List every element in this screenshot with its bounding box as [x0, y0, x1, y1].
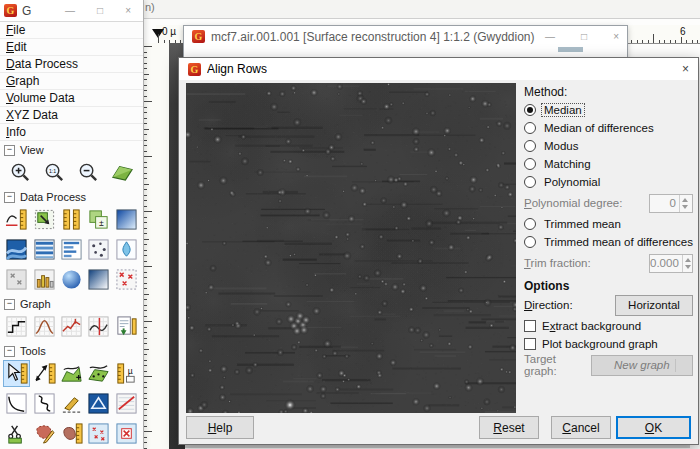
ruler-tick: [143, 376, 152, 377]
spline-icon[interactable]: [31, 390, 58, 417]
zoom-in-icon[interactable]: [7, 159, 34, 186]
ok-button[interactable]: OK: [616, 416, 691, 439]
ruler-tick: [659, 40, 660, 44]
toolbox-titlebar[interactable]: G G — □ ×: [0, 0, 143, 22]
radio-trimmed-mean-of-differences[interactable]: Trimmed mean of differences: [524, 233, 693, 251]
graph-export-icon[interactable]: [113, 313, 140, 340]
menu-item-data-process[interactable]: Data Process: [0, 56, 143, 73]
stat-quantities-icon[interactable]: µ: [113, 360, 140, 387]
align-rows-icon[interactable]: [31, 236, 58, 263]
path-level-icon[interactable]: [58, 390, 85, 417]
pointer-measure-icon[interactable]: [3, 360, 30, 387]
minimize-icon[interactable]: —: [65, 5, 75, 16]
data-window-titlebar[interactable]: G mcf7.air.001.001 [Surface reconstructi…: [184, 26, 627, 47]
grain-measure-icon[interactable]: [58, 420, 85, 447]
direction-button[interactable]: Horizontal: [615, 295, 693, 316]
section-header-tools[interactable]: −Tools: [0, 342, 143, 358]
profile-icon[interactable]: [58, 360, 85, 387]
menu-item-volume-data[interactable]: Volume Data: [0, 90, 143, 107]
minimize-icon[interactable]: —: [545, 31, 555, 42]
mask-remove-icon[interactable]: [113, 266, 140, 293]
data-window: G mcf7.air.001.001 [Surface reconstructi…: [183, 25, 628, 61]
close-icon[interactable]: ×: [613, 31, 619, 42]
checkbox-extract-background[interactable]: Extract background: [524, 317, 693, 335]
help-button[interactable]: Help: [186, 416, 254, 439]
menu-item-info[interactable]: Info: [0, 124, 143, 141]
target-graph-dropdown: New graph: [591, 355, 693, 376]
menu-item-graph[interactable]: Graph: [0, 73, 143, 90]
scars-icon[interactable]: [3, 266, 30, 293]
fix-zero-icon[interactable]: [3, 206, 30, 233]
method-label: Method:: [524, 85, 693, 101]
collapse-icon[interactable]: −: [4, 192, 15, 203]
rotate-icon[interactable]: [3, 236, 30, 263]
sphere-revolve-icon[interactable]: [58, 266, 85, 293]
maximize-icon[interactable]: □: [581, 31, 587, 42]
trim-fraction-row: Trim fraction: 0.000: [524, 251, 693, 275]
view-3d-icon[interactable]: [109, 159, 136, 186]
zoom-1-1-icon[interactable]: 1:1: [41, 159, 68, 186]
radio-trimmed-mean[interactable]: Trimmed mean: [524, 215, 693, 233]
ruler-tick: [697, 40, 698, 44]
gradient-icon[interactable]: [113, 206, 140, 233]
collapse-icon[interactable]: −: [4, 299, 15, 310]
checkbox-icon: [524, 338, 536, 350]
radio-median[interactable]: Median: [524, 101, 693, 119]
crop-tool-icon[interactable]: [3, 420, 30, 447]
data-window-title: mcf7.air.001.001 [Surface reconstruction…: [211, 30, 535, 44]
radio-icon: [524, 218, 536, 230]
close-icon[interactable]: ×: [125, 5, 131, 16]
crop-icon[interactable]: [31, 206, 58, 233]
mask-editor-icon[interactable]: [31, 420, 58, 447]
menu-item-xyz-data[interactable]: XYZ Data: [0, 107, 143, 124]
ruler-tick: [143, 431, 152, 432]
collapse-icon[interactable]: −: [4, 346, 15, 357]
distance-icon[interactable]: [31, 360, 58, 387]
toolbox-title: G: [22, 4, 31, 18]
ruler-label-right: 6: [680, 26, 686, 37]
cancel-button[interactable]: Cancel: [551, 416, 611, 439]
radio-polynomial[interactable]: Polynomial: [524, 173, 693, 191]
line-level-icon[interactable]: [58, 236, 85, 263]
graph-fit-icon[interactable]: [31, 313, 58, 340]
radio-matching[interactable]: Matching: [524, 155, 693, 173]
zoom-out-icon[interactable]: [75, 159, 102, 186]
menu-item-edit[interactable]: Edit: [0, 39, 143, 56]
remove-spots-icon[interactable]: [113, 236, 140, 263]
graph-fd-icon[interactable]: [58, 313, 85, 340]
options-checkboxes: Extract backgroundPlot background graph: [524, 317, 693, 353]
section-header-data-process[interactable]: −Data Process: [0, 188, 143, 204]
shade-icon[interactable]: [85, 266, 112, 293]
calibrate-icon[interactable]: [58, 206, 85, 233]
mask-filter-icon[interactable]: [113, 420, 140, 447]
ruler-tick: [143, 156, 152, 157]
menu-item-file[interactable]: File: [0, 22, 143, 39]
ruler-label-left: 0 µ: [162, 26, 176, 37]
ruler-tick: [675, 40, 676, 44]
checkbox-plot-background-graph[interactable]: Plot background graph: [524, 335, 693, 353]
line-correct-icon[interactable]: [113, 390, 140, 417]
level-three-icon[interactable]: [85, 360, 112, 387]
radio-median-of-differences[interactable]: Median of differences: [524, 119, 693, 137]
facet-icon[interactable]: [85, 390, 112, 417]
graph-curve-icon[interactable]: [3, 390, 30, 417]
graph-level-icon[interactable]: [3, 313, 30, 340]
grains-mark-icon[interactable]: [85, 236, 112, 263]
grain-remove-icon[interactable]: [85, 420, 112, 447]
dialog-titlebar[interactable]: G Align Rows ×: [179, 58, 698, 80]
close-icon[interactable]: ×: [682, 62, 689, 76]
radio-modus[interactable]: Modus: [524, 137, 693, 155]
section-header-graph[interactable]: −Graph: [0, 295, 143, 311]
maximize-icon[interactable]: □: [97, 5, 103, 16]
arithmetic-icon[interactable]: ±: [85, 206, 112, 233]
graph-cut-icon[interactable]: [85, 313, 112, 340]
svg-text:±: ±: [99, 218, 104, 228]
icon-grid-tools: µµ: [0, 358, 143, 449]
trim-fraction-spinner: 0.000: [649, 254, 693, 273]
statistics-icon[interactable]: [31, 266, 58, 293]
reset-button[interactable]: Reset: [479, 416, 539, 439]
collapse-icon[interactable]: −: [4, 145, 15, 156]
section-header-view[interactable]: −View: [0, 141, 143, 157]
options-heading: Options: [524, 275, 693, 293]
gwyddion-app-icon: G: [188, 63, 201, 76]
